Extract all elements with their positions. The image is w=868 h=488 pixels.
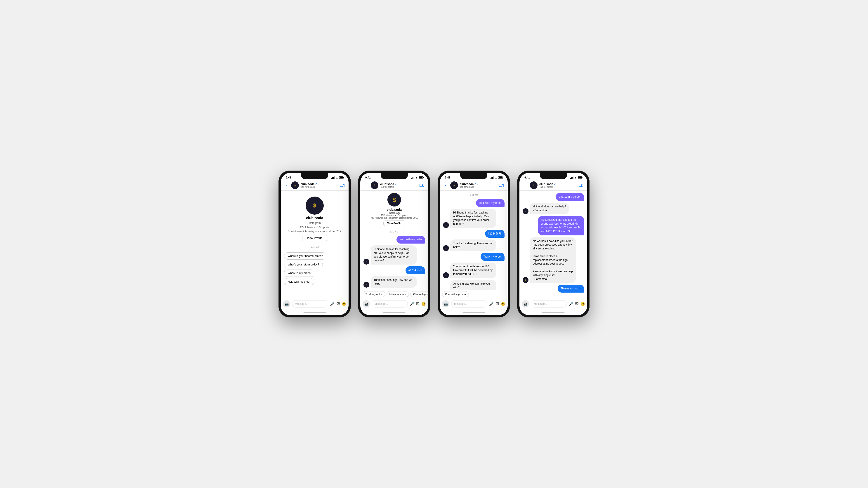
image-icon-1[interactable]: 🖼 — [336, 302, 340, 306]
msg-row-else-3: Anything else we can help you with? — [443, 280, 504, 290]
nav-info-3: club:soda ✓ › Tap for details — [460, 182, 496, 188]
svg-text:$: $ — [525, 210, 526, 213]
mic-icon-2[interactable]: 🎤 — [410, 302, 414, 306]
msg-row-help-3: Help with my order — [443, 199, 504, 207]
qr-track-2[interactable]: Track my order — [363, 291, 385, 297]
battery-icon-4 — [578, 176, 582, 179]
image-icon-2[interactable]: 🖼 — [416, 302, 420, 306]
phone-1-screen: 9:41 ▲ ‹ $ — [281, 173, 348, 315]
view-profile-button-2[interactable]: View Profile — [383, 221, 405, 226]
notch-1 — [301, 173, 328, 179]
bubble-thanks-2: Thanks for sharing! How can we help? — [371, 276, 417, 288]
msg-row-greet-2: $ Hi Shane, thanks for reaching out! We'… — [364, 246, 425, 265]
chat-body-3: 9:41 AM Help with my order $ Hi Shane th… — [440, 191, 508, 290]
emoji-icon-2[interactable]: 😊 — [421, 302, 426, 306]
back-button-3[interactable]: ‹ — [443, 183, 448, 188]
timestamp-3: 9:41 AM — [443, 194, 504, 196]
view-profile-button[interactable]: View Profile — [302, 235, 327, 241]
msg-row-thanks-4: Thanks so much! — [523, 285, 584, 293]
bubble-thanks-3: Thanks for sharing! How can we help? — [450, 239, 496, 251]
emoji-icon-3[interactable]: 😊 — [501, 302, 505, 306]
msg-avatar-brand-3c: $ — [443, 272, 449, 278]
video-call-button-1[interactable] — [339, 182, 345, 188]
svg-text:$: $ — [533, 184, 534, 186]
message-input-2[interactable]: Message... — [372, 300, 408, 307]
verified-badge-2: ✓ — [395, 183, 397, 186]
chevron-icon-4: › — [557, 183, 557, 185]
status-icons-1: ▲ — [331, 176, 344, 179]
svg-rect-2 — [340, 184, 343, 187]
bubble-else-3: Anything else we can help you with? — [450, 280, 496, 290]
wifi-icon-2: ▲ — [415, 176, 418, 179]
profile-avatar-mini-2: $ — [388, 193, 401, 206]
back-button-4[interactable]: ‹ — [523, 183, 528, 188]
notch-2 — [381, 173, 408, 179]
qr-chat-person-2[interactable]: Chat with person — [410, 291, 428, 297]
msg-row-wrong-addr-4: I just realized that I added the wrong a… — [523, 216, 584, 235]
svg-text:$: $ — [454, 184, 455, 186]
verified-badge-4: ✓ — [554, 183, 556, 186]
time-4: 9:41 — [524, 176, 530, 179]
camera-button-3[interactable]: 📷 — [442, 300, 450, 307]
tap-details-1: Tap for details — [301, 186, 337, 188]
image-icon-3[interactable]: 🖼 — [495, 302, 499, 306]
msg-row-thanks-3: $ Thanks for sharing! How can we help? — [443, 239, 504, 251]
camera-button-1[interactable]: 📷 — [283, 300, 290, 307]
profile-avatar-large: $ — [306, 197, 324, 215]
camera-button-4[interactable]: 📷 — [522, 300, 529, 307]
qr-help-order-1[interactable]: Help with my order — [284, 278, 314, 285]
chat-body-2: 9:41 AM Help with my order $ Hi Shane, t… — [360, 227, 428, 290]
qr-return-policy[interactable]: What's your return policy? — [284, 261, 323, 268]
wifi-icon-1: ▲ — [336, 176, 338, 179]
svg-rect-16 — [499, 184, 502, 187]
battery-icon-1 — [339, 176, 344, 179]
mic-icon-3[interactable]: 🎤 — [489, 302, 494, 306]
emoji-icon-1[interactable]: 😊 — [342, 302, 346, 306]
mic-icon-1[interactable]: 🎤 — [330, 302, 335, 306]
tap-details-3: Tap for details — [460, 186, 496, 188]
video-call-button-3[interactable] — [498, 182, 504, 188]
msg-avatar-brand-2: $ — [364, 259, 369, 265]
back-button-2[interactable]: ‹ — [364, 183, 369, 188]
status-icons-3: ▲ — [491, 176, 503, 179]
image-icon-4[interactable]: 🖼 — [575, 302, 579, 306]
qr-initiate-return-2[interactable]: Initiate a return — [386, 291, 409, 297]
qr-chat-person-3[interactable]: Chat with a person — [442, 291, 469, 297]
qr-where-order[interactable]: Where is my order? — [284, 269, 315, 277]
svg-text:$: $ — [374, 184, 375, 186]
message-input-4[interactable]: Message... — [531, 300, 567, 307]
msg-icons-4: 🎤 🖼 😊 — [569, 302, 585, 306]
msg-row-thanks-2: $ Thanks for sharing! How can we help? — [364, 276, 425, 288]
message-input-1[interactable]: Message... — [292, 300, 328, 307]
msg-icons-3: 🎤 🖼 😊 — [489, 302, 505, 306]
profile-platform: Instagram — [309, 221, 320, 225]
svg-rect-26 — [579, 184, 582, 187]
qr-nearest-store[interactable]: Where is your nearest store? — [284, 252, 327, 260]
profile-mini-2: $ club:soda Instagram 27K followers • 10… — [360, 191, 428, 227]
msg-row-chat-person-4: Chat with a person — [523, 193, 584, 201]
timestamp-2: 9:41 AM — [364, 230, 425, 233]
battery-icon-2 — [418, 176, 423, 179]
msg-input-bar-2: 📷 Message... 🎤 🖼 😊 — [360, 298, 428, 311]
message-input-3[interactable]: Message... — [451, 300, 487, 307]
nav-name-1: club:soda ✓ › — [301, 182, 337, 186]
video-call-button-4[interactable] — [578, 182, 584, 188]
svg-text:$: $ — [525, 279, 526, 281]
svg-text:$: $ — [366, 261, 367, 263]
bottom-qr-2: Track my order Initiate a return Chat wi… — [360, 290, 428, 298]
mic-icon-4[interactable]: 🎤 — [569, 302, 573, 306]
camera-button-2[interactable]: 📷 — [363, 300, 370, 307]
bottom-qr-3: Chat with a person — [440, 290, 508, 298]
nav-info-4: club:soda ✓ › Tap for details — [539, 182, 576, 188]
home-indicator-3 — [440, 311, 508, 315]
verified-badge-1: ✓ — [315, 183, 317, 186]
emoji-icon-4[interactable]: 😊 — [581, 302, 585, 306]
msg-icons-2: 🎤 🖼 😊 — [410, 302, 426, 306]
msg-row-ordernum-3: #12345678 — [443, 230, 504, 238]
brand-avatar-2: $ — [371, 182, 378, 189]
video-call-button-2[interactable] — [418, 182, 425, 188]
profile-name: club:soda — [306, 216, 323, 220]
msg-icons-1: 🎤 🖼 😊 — [330, 302, 346, 306]
back-button-1[interactable]: ‹ — [284, 183, 289, 188]
svg-text:$: $ — [445, 248, 446, 249]
